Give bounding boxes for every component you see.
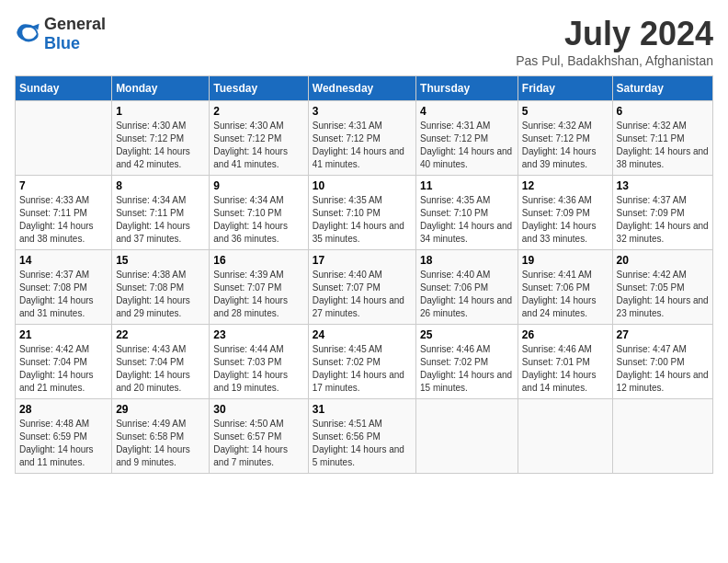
logo-icon (15, 21, 40, 47)
day-number: 15 (116, 254, 205, 267)
week-row-1: 1Sunrise: 4:30 AMSunset: 7:12 PMDaylight… (16, 101, 713, 176)
week-row-3: 14Sunrise: 4:37 AMSunset: 7:08 PMDayligh… (16, 250, 713, 325)
day-number: 23 (213, 328, 303, 341)
calendar-cell: 15Sunrise: 4:38 AMSunset: 7:08 PMDayligh… (112, 250, 210, 325)
calendar-cell: 30Sunrise: 4:50 AMSunset: 6:57 PMDayligh… (210, 399, 308, 474)
day-info: Sunrise: 4:40 AMSunset: 7:06 PMDaylight:… (420, 269, 514, 320)
day-info: Sunrise: 4:30 AMSunset: 7:12 PMDaylight:… (213, 120, 303, 171)
week-row-4: 21Sunrise: 4:42 AMSunset: 7:04 PMDayligh… (16, 325, 713, 399)
calendar-cell: 16Sunrise: 4:39 AMSunset: 7:07 PMDayligh… (210, 250, 308, 325)
calendar-cell: 24Sunrise: 4:45 AMSunset: 7:02 PMDayligh… (308, 325, 415, 399)
day-number: 13 (617, 179, 709, 192)
calendar-cell: 23Sunrise: 4:44 AMSunset: 7:03 PMDayligh… (210, 325, 308, 399)
calendar-cell: 17Sunrise: 4:40 AMSunset: 7:07 PMDayligh… (308, 250, 415, 325)
day-number: 19 (522, 254, 609, 267)
header-monday: Monday (112, 76, 210, 101)
day-info: Sunrise: 4:32 AMSunset: 7:12 PMDaylight:… (522, 120, 609, 171)
calendar-table: SundayMondayTuesdayWednesdayThursdayFrid… (15, 75, 713, 474)
day-info: Sunrise: 4:42 AMSunset: 7:05 PMDaylight:… (617, 269, 709, 320)
day-number: 28 (19, 403, 108, 416)
day-number: 16 (213, 254, 303, 267)
calendar-cell: 22Sunrise: 4:43 AMSunset: 7:04 PMDayligh… (112, 325, 210, 399)
day-number: 8 (116, 179, 205, 192)
day-number: 6 (617, 105, 709, 118)
calendar-cell (16, 101, 112, 176)
day-info: Sunrise: 4:32 AMSunset: 7:11 PMDaylight:… (617, 120, 709, 171)
logo-general: General (44, 15, 106, 33)
main-title: July 2024 (516, 15, 713, 53)
day-number: 27 (617, 328, 709, 341)
day-number: 3 (313, 105, 412, 118)
day-info: Sunrise: 4:47 AMSunset: 7:00 PMDaylight:… (617, 343, 709, 395)
logo: General Blue (15, 15, 106, 53)
calendar-cell: 7Sunrise: 4:33 AMSunset: 7:11 PMDaylight… (16, 176, 112, 250)
day-info: Sunrise: 4:46 AMSunset: 7:02 PMDaylight:… (420, 343, 514, 395)
header-sunday: Sunday (16, 76, 112, 101)
calendar-cell: 28Sunrise: 4:48 AMSunset: 6:59 PMDayligh… (16, 399, 112, 474)
calendar-cell: 27Sunrise: 4:47 AMSunset: 7:00 PMDayligh… (612, 325, 712, 399)
calendar-cell (612, 399, 712, 474)
calendar-cell: 4Sunrise: 4:31 AMSunset: 7:12 PMDaylight… (416, 101, 518, 176)
day-number: 21 (19, 328, 108, 341)
day-info: Sunrise: 4:42 AMSunset: 7:04 PMDaylight:… (19, 343, 108, 395)
day-info: Sunrise: 4:46 AMSunset: 7:01 PMDaylight:… (522, 343, 609, 395)
day-number: 22 (116, 328, 205, 341)
logo-blue: Blue (44, 34, 80, 52)
day-number: 20 (617, 254, 709, 267)
day-number: 18 (420, 254, 514, 267)
day-info: Sunrise: 4:37 AMSunset: 7:09 PMDaylight:… (617, 194, 709, 246)
day-info: Sunrise: 4:31 AMSunset: 7:12 PMDaylight:… (420, 120, 514, 171)
day-number: 29 (116, 403, 205, 416)
day-info: Sunrise: 4:45 AMSunset: 7:02 PMDaylight:… (313, 343, 412, 395)
calendar-cell: 31Sunrise: 4:51 AMSunset: 6:56 PMDayligh… (308, 399, 415, 474)
day-info: Sunrise: 4:38 AMSunset: 7:08 PMDaylight:… (116, 269, 205, 320)
day-number: 26 (522, 328, 609, 341)
header: General Blue July 2024 Pas Pul, Badakhsh… (15, 15, 713, 68)
day-number: 9 (213, 179, 303, 192)
calendar-cell: 2Sunrise: 4:30 AMSunset: 7:12 PMDaylight… (210, 101, 308, 176)
header-friday: Friday (518, 76, 612, 101)
calendar-cell: 19Sunrise: 4:41 AMSunset: 7:06 PMDayligh… (518, 250, 612, 325)
calendar-cell: 6Sunrise: 4:32 AMSunset: 7:11 PMDaylight… (612, 101, 712, 176)
day-info: Sunrise: 4:48 AMSunset: 6:59 PMDaylight:… (19, 418, 108, 469)
day-number: 10 (313, 179, 412, 192)
calendar-cell: 13Sunrise: 4:37 AMSunset: 7:09 PMDayligh… (612, 176, 712, 250)
day-number: 30 (213, 403, 303, 416)
calendar-cell: 8Sunrise: 4:34 AMSunset: 7:11 PMDaylight… (112, 176, 210, 250)
header-saturday: Saturday (612, 76, 712, 101)
week-row-5: 28Sunrise: 4:48 AMSunset: 6:59 PMDayligh… (16, 399, 713, 474)
calendar-cell: 26Sunrise: 4:46 AMSunset: 7:01 PMDayligh… (518, 325, 612, 399)
subtitle: Pas Pul, Badakhshan, Afghanistan (516, 53, 713, 68)
day-info: Sunrise: 4:35 AMSunset: 7:10 PMDaylight:… (420, 194, 514, 246)
day-info: Sunrise: 4:40 AMSunset: 7:07 PMDaylight:… (313, 269, 412, 320)
calendar-cell: 11Sunrise: 4:35 AMSunset: 7:10 PMDayligh… (416, 176, 518, 250)
day-number: 2 (213, 105, 303, 118)
day-info: Sunrise: 4:50 AMSunset: 6:57 PMDaylight:… (213, 418, 303, 469)
day-info: Sunrise: 4:31 AMSunset: 7:12 PMDaylight:… (313, 120, 412, 171)
day-info: Sunrise: 4:34 AMSunset: 7:11 PMDaylight:… (116, 194, 205, 246)
day-number: 17 (313, 254, 412, 267)
day-number: 1 (116, 105, 205, 118)
calendar-cell: 25Sunrise: 4:46 AMSunset: 7:02 PMDayligh… (416, 325, 518, 399)
logo-text: General Blue (44, 15, 106, 53)
day-number: 24 (313, 328, 412, 341)
calendar-cell (518, 399, 612, 474)
header-wednesday: Wednesday (308, 76, 415, 101)
calendar-cell: 12Sunrise: 4:36 AMSunset: 7:09 PMDayligh… (518, 176, 612, 250)
day-info: Sunrise: 4:44 AMSunset: 7:03 PMDaylight:… (213, 343, 303, 395)
day-info: Sunrise: 4:35 AMSunset: 7:10 PMDaylight:… (313, 194, 412, 246)
calendar-cell: 29Sunrise: 4:49 AMSunset: 6:58 PMDayligh… (112, 399, 210, 474)
day-number: 5 (522, 105, 609, 118)
title-area: July 2024 Pas Pul, Badakhshan, Afghanist… (516, 15, 713, 68)
calendar-cell: 1Sunrise: 4:30 AMSunset: 7:12 PMDaylight… (112, 101, 210, 176)
day-info: Sunrise: 4:39 AMSunset: 7:07 PMDaylight:… (213, 269, 303, 320)
day-number: 4 (420, 105, 514, 118)
calendar-cell: 18Sunrise: 4:40 AMSunset: 7:06 PMDayligh… (416, 250, 518, 325)
header-thursday: Thursday (416, 76, 518, 101)
week-row-2: 7Sunrise: 4:33 AMSunset: 7:11 PMDaylight… (16, 176, 713, 250)
day-info: Sunrise: 4:36 AMSunset: 7:09 PMDaylight:… (522, 194, 609, 246)
calendar-cell: 9Sunrise: 4:34 AMSunset: 7:10 PMDaylight… (210, 176, 308, 250)
day-info: Sunrise: 4:43 AMSunset: 7:04 PMDaylight:… (116, 343, 205, 395)
day-info: Sunrise: 4:37 AMSunset: 7:08 PMDaylight:… (19, 269, 108, 320)
calendar-cell: 20Sunrise: 4:42 AMSunset: 7:05 PMDayligh… (612, 250, 712, 325)
